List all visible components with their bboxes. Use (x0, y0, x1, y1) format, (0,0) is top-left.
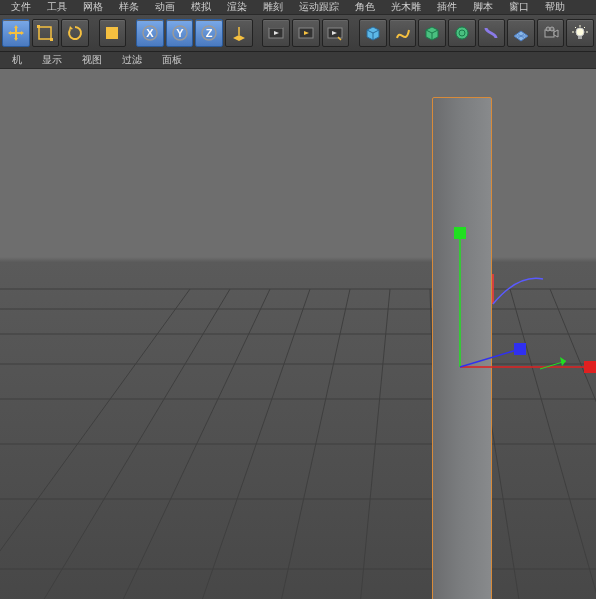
axis-x-button[interactable]: X (136, 19, 164, 47)
svg-rect-2 (50, 38, 53, 41)
menu-spline[interactable]: 样条 (112, 0, 146, 14)
menu-script[interactable]: 脚本 (466, 0, 500, 14)
menu-file[interactable]: 文件 (4, 0, 38, 14)
svg-text:Y: Y (176, 27, 184, 39)
view-filter-menu[interactable]: 过滤 (114, 53, 150, 67)
deformer-button[interactable] (478, 19, 506, 47)
svg-rect-1 (37, 25, 40, 28)
menu-help[interactable]: 帮助 (538, 0, 572, 14)
svg-text:X: X (146, 27, 154, 39)
primitive-cube-button[interactable] (359, 19, 387, 47)
svg-rect-3 (106, 27, 118, 39)
render-settings-button[interactable] (322, 19, 350, 47)
viewport-menu-bar[interactable]: 机 显示 视图 过滤 面板 (0, 52, 596, 69)
floor-grid (0, 69, 596, 599)
menu-sculpt[interactable]: 雕刻 (256, 0, 290, 14)
recent-tool-button[interactable] (99, 19, 127, 47)
main-menu-bar[interactable]: 文件 工具 网格 样条 动画 模拟 渲染 雕刻 运动跟踪 角色 光木雕 插件 脚… (0, 0, 596, 15)
menu-wood[interactable]: 光木雕 (384, 0, 428, 14)
menu-motion[interactable]: 运动跟踪 (292, 0, 346, 14)
generator-button[interactable] (448, 19, 476, 47)
render-view-button[interactable] (262, 19, 290, 47)
light-button[interactable] (566, 19, 594, 47)
view-panel-menu[interactable]: 面板 (154, 53, 190, 67)
menu-simulate[interactable]: 模拟 (184, 0, 218, 14)
perspective-viewport[interactable] (0, 69, 596, 599)
rotate-tool-button[interactable] (61, 19, 89, 47)
coord-system-button[interactable] (225, 19, 253, 47)
view-camera-menu[interactable]: 机 (4, 53, 30, 67)
svg-rect-0 (39, 27, 51, 39)
menu-animate[interactable]: 动画 (148, 0, 182, 14)
selected-cube-object[interactable] (432, 97, 492, 599)
svg-text:Z: Z (206, 27, 213, 39)
axis-y-button[interactable]: Y (166, 19, 194, 47)
menu-window[interactable]: 窗口 (502, 0, 536, 14)
svg-point-14 (456, 27, 468, 39)
spline-button[interactable] (389, 19, 417, 47)
axis-z-button[interactable]: Z (195, 19, 223, 47)
camera-button[interactable] (537, 19, 565, 47)
nurbs-button[interactable] (418, 19, 446, 47)
scale-tool-button[interactable] (32, 19, 60, 47)
svg-point-17 (546, 27, 550, 31)
menu-tools[interactable]: 工具 (40, 0, 74, 14)
menu-character[interactable]: 角色 (348, 0, 382, 14)
move-tool-button[interactable] (2, 19, 30, 47)
view-view-menu[interactable]: 视图 (74, 53, 110, 67)
render-region-button[interactable] (292, 19, 320, 47)
menu-plugins[interactable]: 插件 (430, 0, 464, 14)
menu-render[interactable]: 渲染 (220, 0, 254, 14)
svg-point-18 (550, 27, 554, 31)
menu-mesh[interactable]: 网格 (76, 0, 110, 14)
nav-axis-icon[interactable] (488, 269, 548, 309)
svg-rect-11 (269, 26, 283, 28)
main-toolbar: X Y Z (0, 15, 596, 52)
floor-button[interactable] (507, 19, 535, 47)
view-display-menu[interactable]: 显示 (34, 53, 70, 67)
svg-point-19 (576, 28, 584, 36)
